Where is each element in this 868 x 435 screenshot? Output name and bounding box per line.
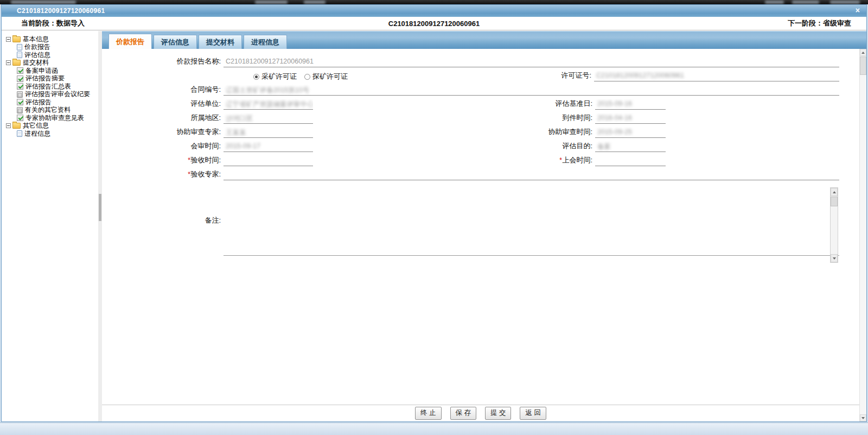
collapse-icon[interactable]	[6, 60, 11, 65]
joint-time-label: 会审时间:	[102, 141, 221, 152]
eval-unit-input[interactable]: 辽宁省矿产资源储量评审中心	[224, 99, 313, 110]
report-name-value: C2101812009127120060961	[226, 58, 314, 65]
splitter-handle[interactable]	[99, 194, 101, 221]
region-input[interactable]: 沙河口区	[224, 113, 313, 124]
accept-expert-input[interactable]	[224, 169, 839, 180]
tab-eval-info[interactable]: 评估信息	[154, 35, 197, 49]
close-icon[interactable]: ×	[856, 6, 860, 15]
tree-node-other-materials[interactable]: 有关的其它资料	[5, 106, 98, 114]
tree-node-price-report[interactable]: 价款报告	[5, 43, 98, 51]
panel-splitter[interactable]	[98, 31, 102, 421]
tree-node-report-table[interactable]: 评估报告汇总表	[5, 83, 98, 90]
checked-document-icon	[17, 99, 23, 105]
tab-strip: 价款报告 评估信息 提交材料 进程信息	[102, 31, 866, 49]
scroll-down-icon[interactable]	[831, 254, 838, 262]
radio-unselected-icon	[304, 74, 310, 80]
tree-node-expert-opinion[interactable]: 专家协助审查意见表	[5, 114, 98, 122]
eval-purpose-label: 评估目的:	[313, 141, 592, 152]
memo-label: 备注:	[102, 216, 221, 226]
meeting-time-label: *上会时间:	[313, 155, 592, 166]
assist-expert-value: 王某某	[226, 129, 246, 136]
exploration-license-radio[interactable]: 探矿许可证	[304, 72, 348, 81]
eval-purpose-input[interactable]: 备案	[595, 141, 666, 152]
folder-icon	[12, 60, 21, 66]
terminate-button[interactable]: 终 止	[415, 407, 441, 420]
tree-node-review-minutes[interactable]: 评估报告评审会议纪要	[5, 91, 98, 98]
tree-node-eval-info[interactable]: 评估信息	[5, 51, 98, 59]
folder-icon	[12, 36, 21, 42]
app-window: C2101812009127120060961 × 当前阶段：数据导入 C210…	[1, 4, 867, 422]
memo-textarea[interactable]	[224, 186, 839, 256]
tab-process-info[interactable]: 进程信息	[244, 35, 287, 49]
region-label: 所属地区:	[102, 113, 221, 124]
tab-submit-materials[interactable]: 提交材料	[199, 35, 242, 49]
memo-scroll-thumb[interactable]	[831, 197, 838, 206]
report-name-label: 价款报告名称:	[102, 56, 221, 67]
contract-no-value: 辽国土资矿评备2015第10号	[226, 86, 309, 94]
arrival-time-input[interactable]: 2016-04-16	[595, 113, 666, 124]
assist-time-value: 2015-09-25	[597, 128, 632, 136]
required-marker: *	[559, 156, 562, 164]
browser-chrome-blurred-strip	[0, 0, 868, 4]
assist-expert-label: 协助审查专家:	[102, 127, 221, 138]
meeting-time-input[interactable]	[595, 155, 666, 166]
document-icon	[17, 130, 22, 137]
tree-node-process-info[interactable]: 进程信息	[5, 130, 98, 137]
joint-time-value: 2015-09-17	[226, 142, 260, 150]
tree-node-filing-letter[interactable]: 备案申请函	[5, 67, 98, 74]
tree-node-submit-materials[interactable]: 提交材料	[5, 59, 98, 67]
joint-time-input[interactable]: 2015-09-17	[224, 141, 313, 152]
license-no-label: 许可证号:	[561, 71, 591, 81]
checked-document-icon	[17, 75, 23, 82]
checked-document-icon	[17, 67, 23, 74]
eval-purpose-value: 备案	[597, 143, 611, 150]
window-title: C2101812009127120060961	[2, 7, 105, 15]
eval-unit-value: 辽宁省矿产资源储量评审中心	[226, 100, 313, 108]
accept-expert-label: *验收专家:	[102, 169, 221, 180]
license-no-input[interactable]: C2101812009127120060961	[594, 71, 839, 81]
license-no-value: C2101812009127120060961	[596, 72, 684, 79]
main-scroll-thumb[interactable]	[860, 56, 866, 75]
scroll-up-icon[interactable]	[860, 49, 866, 56]
back-button[interactable]: 返 回	[520, 407, 546, 420]
region-value: 沙河口区	[226, 115, 253, 122]
folder-icon	[12, 123, 21, 129]
collapse-icon[interactable]	[6, 37, 11, 42]
collapse-icon[interactable]	[6, 123, 11, 128]
tree-node-report-summary[interactable]: 评估报告摘要	[5, 75, 98, 83]
save-button[interactable]: 保 存	[450, 407, 476, 420]
assist-expert-input[interactable]: 王某某	[224, 127, 313, 138]
memo-scrollbar[interactable]	[830, 187, 838, 263]
required-marker: *	[188, 171, 190, 178]
window-titlebar: C2101812009127120060961 ×	[2, 5, 866, 17]
assist-time-input[interactable]: 2015-09-25	[595, 127, 666, 138]
eval-base-date-input[interactable]: 2015-09-16	[595, 99, 666, 110]
accept-time-input[interactable]	[224, 155, 313, 166]
accept-time-label: *验收时间:	[102, 155, 221, 166]
contract-no-input[interactable]: 辽国土资矿评备2015第10号	[224, 85, 839, 96]
mining-license-radio[interactable]: 采矿许可证	[253, 72, 297, 81]
report-name-input[interactable]: C2101812009127120060961	[224, 56, 839, 67]
eval-base-date-value: 2015-09-16	[597, 100, 632, 108]
gray-document-icon	[17, 107, 23, 114]
navigation-tree: 基本信息 价款报告 评估信息 提交材料 备案申请函 评估报告摘要	[2, 31, 98, 421]
price-report-form: 价款报告名称: C2101812009127120060961 采矿许可证 探矿…	[102, 49, 839, 256]
checked-document-icon	[17, 115, 23, 121]
tree-node-eval-report[interactable]: 评估报告	[5, 98, 98, 106]
required-marker: *	[188, 156, 190, 164]
eval-base-date-label: 评估基准日:	[313, 99, 592, 110]
stage-bar: 当前阶段：数据导入 C2101812009127120060961 下一阶段：省…	[2, 17, 866, 30]
tree-node-basic-info[interactable]: 基本信息	[5, 35, 98, 43]
scroll-up-icon[interactable]	[831, 188, 838, 196]
submit-button[interactable]: 提 交	[485, 407, 511, 420]
main-scrollbar[interactable]	[859, 49, 866, 421]
footer-button-bar: 终 止 保 存 提 交 返 回	[102, 405, 859, 421]
arrival-time-label: 到件时间:	[313, 113, 592, 124]
tab-price-report[interactable]: 价款报告	[108, 34, 152, 49]
tree-node-other-info[interactable]: 其它信息	[5, 122, 98, 130]
arrival-time-value: 2016-04-16	[597, 114, 632, 122]
document-icon	[17, 52, 22, 58]
gray-document-icon	[17, 91, 23, 98]
scroll-down-icon[interactable]	[860, 414, 866, 421]
current-stage-label: 当前阶段：数据导入	[21, 18, 85, 28]
